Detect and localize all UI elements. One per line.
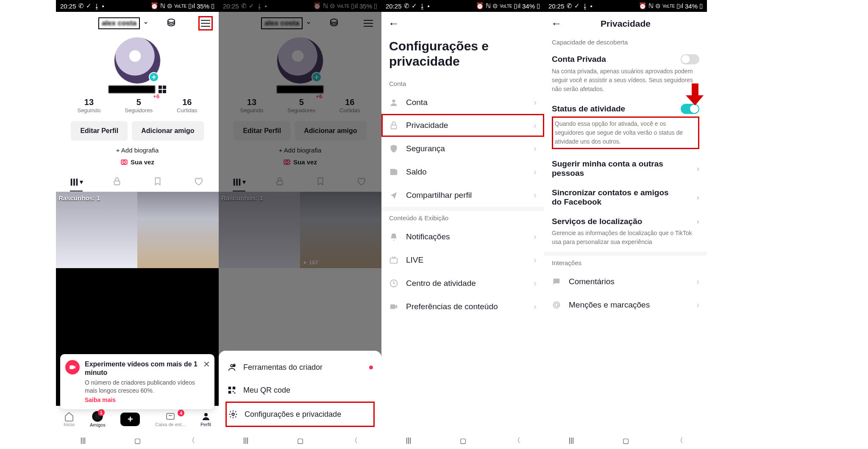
shield-icon (389, 144, 398, 153)
svg-point-2 (123, 161, 125, 164)
settings-activity-center[interactable]: Centro de atividade› (381, 272, 544, 295)
add-story-button[interactable]: + (149, 72, 159, 82)
section-content-label: Conteúdo & Exibição (381, 211, 544, 225)
activity-status-row[interactable]: Status de atividade Quando essa opção fo… (544, 99, 707, 154)
close-icon[interactable]: ✕ (203, 359, 210, 369)
settings-live[interactable]: LIVE› (381, 248, 544, 272)
back-button[interactable]: ← (551, 17, 562, 30)
nav-home-button[interactable]: ▢ (294, 437, 306, 445)
telegram-icon: ✓ (86, 2, 92, 10)
coin-icon[interactable] (166, 17, 176, 29)
learn-more-link[interactable]: Saiba mais (85, 396, 198, 403)
section-discover-label: Capacidade de descoberta (544, 35, 707, 49)
sync-contacts-row[interactable]: Sincronizar contatos e amigos do Faceboo… (544, 183, 707, 212)
bottom-sheet: Ferramentas do criador Meu QR code Confi… (219, 351, 381, 432)
settings-share-profile[interactable]: Compartilhar perfil› (381, 183, 544, 207)
battery-pct: 35% (197, 3, 209, 10)
video-icon (389, 302, 398, 311)
private-account-toggle[interactable] (681, 54, 699, 64)
notification-dot (369, 366, 373, 369)
add-friend-button[interactable]: Adicionar amigo (132, 121, 203, 141)
menu-button[interactable] (198, 16, 213, 30)
wallet-icon (389, 167, 398, 177)
svg-rect-22 (234, 393, 236, 394)
edit-profile-button[interactable]: Editar Perfil (71, 121, 128, 141)
back-button[interactable]: ← (388, 17, 399, 30)
tv-icon (389, 255, 398, 265)
stat-following[interactable]: 13 Seguindo (77, 97, 100, 114)
sua-vez-button[interactable]: Sua vez (56, 158, 219, 166)
sheet-qr-code[interactable]: Meu QR code (225, 379, 375, 402)
svg-rect-3 (71, 178, 72, 186)
status-time: 20:25 (60, 3, 76, 10)
inbox-icon (165, 411, 175, 421)
nav-create[interactable]: + (120, 413, 140, 426)
section-interactions-label: Interações (544, 256, 707, 270)
settings-balance[interactable]: Saldo› (381, 160, 544, 183)
sheet-creator-tools[interactable]: Ferramentas do criador (225, 356, 375, 379)
screen-profile: 20:25 ✆ ✓ ⭳ • ⏰ ℕ ⊝ VoLTE ▯ıl 35% ▯ alex… (56, 0, 219, 449)
plus-icon: + (120, 413, 140, 426)
private-account-row[interactable]: Conta Privada Na conta privada, apenas u… (544, 49, 707, 99)
nav-friends[interactable]: 1 Amigos (90, 411, 106, 427)
tab-liked[interactable] (178, 172, 219, 191)
settings-notifications[interactable]: Notificações› (381, 225, 544, 248)
tab-saved[interactable] (137, 172, 178, 191)
sheet-settings-privacy[interactable]: Configurações e privacidade (225, 402, 375, 427)
settings-content-preferences[interactable]: Preferências de conteúdo› (381, 295, 544, 318)
wifi-icon: ⊝ (167, 2, 172, 10)
svg-rect-25 (391, 125, 397, 129)
nav-home[interactable]: Início (64, 411, 75, 427)
svg-rect-19 (233, 387, 235, 389)
tab-private[interactable] (97, 172, 137, 191)
status-bar: 20:25 ✆ ✓ ⭳ • ⏰ ℕ ⊝ VoLTE ▯ıl 35% ▯ (56, 0, 219, 12)
qr-icon (227, 385, 236, 395)
nav-inbox[interactable]: 4 Caixa de ent... (155, 411, 185, 427)
privacy-mentions[interactable]: Menções e marcações› (544, 293, 707, 316)
screen-privacy: 20:25✆✓⭳• ⏰ℕ⊝VoLTE▯ıl34%▯ ← Privacidade … (544, 0, 707, 449)
settings-security[interactable]: Segurança› (381, 137, 544, 160)
nav-home-button[interactable]: ▢ (456, 437, 469, 445)
nav-recent[interactable]: ||| (402, 437, 415, 444)
at-icon (552, 300, 561, 310)
svg-rect-14 (236, 178, 238, 186)
add-bio-button[interactable]: + Add biografia (56, 147, 219, 154)
nav-home-button[interactable]: ▢ (619, 437, 632, 445)
nav-back[interactable]: 〈 (511, 436, 523, 445)
suggest-account-row[interactable]: Sugerir minha conta a outras pessoas › (544, 154, 707, 183)
tab-grid[interactable]: ▾ (56, 172, 97, 191)
chevron-right-icon: › (534, 97, 537, 107)
username[interactable] (108, 86, 155, 93)
person-icon (389, 98, 398, 107)
svg-rect-20 (228, 391, 231, 394)
svg-rect-27 (390, 169, 396, 170)
signal-icon: ▯ıl (188, 2, 195, 10)
screen-profile-menu: 20:25✆✓⭳• ⏰ℕ⊝VoLTE▯ıl35%▯ alex costa + 1… (219, 0, 381, 449)
highlight-arrow-icon (686, 83, 704, 106)
stat-followers[interactable]: +6 5 Seguidores (125, 97, 153, 114)
avatar[interactable]: + (114, 37, 161, 84)
home-icon (64, 411, 74, 421)
nav-home-button[interactable]: ▢ (131, 437, 144, 445)
settings-account[interactable]: Conta› (381, 91, 544, 114)
profile-name-dropdown[interactable]: alex costa (98, 17, 140, 29)
comment-icon (552, 277, 561, 286)
settings-privacy[interactable]: Privacidade › (381, 114, 544, 137)
download-icon: ⭳ (94, 3, 100, 10)
nav-recent[interactable]: ||| (565, 437, 578, 444)
stat-likes[interactable]: 16 Curtidas (177, 97, 197, 114)
clock-icon (389, 279, 398, 288)
nav-recent[interactable]: ||| (77, 437, 89, 444)
nav-back[interactable]: 〈 (185, 436, 198, 445)
location-services-row[interactable]: Serviços de localização › Gerencie as in… (544, 212, 707, 252)
nav-back[interactable]: 〈 (673, 436, 686, 445)
nav-recent[interactable]: ||| (239, 437, 252, 444)
qr-icon[interactable] (159, 86, 166, 93)
alarm-icon: ⏰ (150, 2, 159, 10)
nav-back[interactable]: 〈 (348, 436, 361, 445)
privacy-comments[interactable]: Comentários› (544, 270, 707, 293)
nav-profile[interactable]: Perfil (200, 411, 211, 427)
svg-rect-15 (239, 178, 241, 186)
svg-rect-21 (233, 391, 234, 392)
profile-icon (201, 411, 211, 421)
